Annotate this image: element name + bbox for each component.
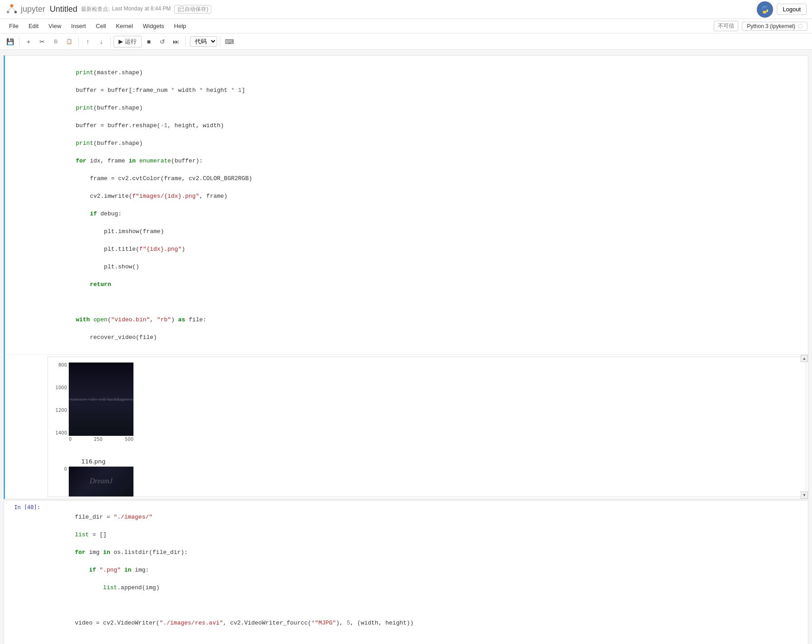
run-label: 运行 <box>125 38 137 46</box>
y-label-1000: 1000 <box>56 385 67 390</box>
checkpoint-info: 最新检查点: Last Monday at 8:44 PM <box>81 5 171 13</box>
cut-button[interactable]: ✂ <box>36 35 48 48</box>
restart-button[interactable]: ↺ <box>156 35 169 48</box>
code-line: for idx, frame in enumerate(buffer): <box>76 157 203 164</box>
cell-1-code[interactable]: print(master.shape) buffer = buffer[:fra… <box>46 56 808 354</box>
kernel-status-area: 不可信 Python 3 (ipykernel) <box>714 21 807 31</box>
cell-1-output: ▲ ▼ 800 1000 1200 1400 <box>5 354 808 499</box>
notebook-title-area: Untitled 最新检查点: Last Monday at 8:44 PM (… <box>50 5 752 14</box>
notebook-container: print(master.shape) buffer = buffer[:fra… <box>0 50 812 644</box>
notebook-name[interactable]: Untitled <box>50 5 77 14</box>
kernel-name: Python 3 (ipykernel) <box>747 23 795 29</box>
code-line: video = cv2.VideoWriter("./images/res.av… <box>75 620 413 626</box>
plot-2-image <box>69 467 133 497</box>
code-line: plt.imshow(frame) <box>76 228 164 235</box>
menu-widgets[interactable]: Widgets <box>138 21 169 31</box>
toolbar: 💾 + ✂ ⎘ 📋 ↑ ↓ ▶ 运行 ■ ↺ ⏭ 代码 ⌨ <box>0 33 812 50</box>
save-icon: 💾 <box>6 38 14 45</box>
move-down-icon: ↓ <box>100 38 103 45</box>
run-button[interactable]: ▶ 运行 <box>114 36 142 48</box>
add-cell-button[interactable]: + <box>22 35 35 48</box>
jupyter-brand: jupyter <box>21 5 45 14</box>
plot-1-axis-container: 800 1000 1200 1400 0 250 <box>53 363 133 442</box>
python-icon-btn[interactable] <box>757 1 773 18</box>
menubar: File Edit View Insert Cell Kernel Widget… <box>0 19 812 33</box>
toolbar-sep-1 <box>19 37 19 47</box>
code-line: print(buffer.shape) <box>76 140 142 147</box>
code-line: return <box>76 281 111 288</box>
move-up-button[interactable]: ↑ <box>81 35 94 48</box>
menu-view[interactable]: View <box>44 21 66 31</box>
code-line: for img in os.listdir(file_dir): <box>75 549 188 556</box>
menu-file[interactable]: File <box>5 21 23 31</box>
logout-button[interactable]: Logout <box>777 4 807 15</box>
jupyter-logo-icon <box>5 3 18 16</box>
x-label-500: 500 <box>125 437 133 442</box>
code-line: if ".png" in img: <box>75 567 149 573</box>
x-label-250: 250 <box>94 437 103 442</box>
header-right: Logout <box>757 1 807 18</box>
cell-2-input: In [40]: file_dir = "./images/" list = [… <box>4 501 808 644</box>
checkpoint-time: Last Monday at 8:44 PM <box>112 5 171 13</box>
svg-point-2 <box>14 10 17 13</box>
cell-type-selector[interactable]: 代码 <box>190 36 217 47</box>
keyboard-shortcuts-button[interactable]: ⌨ <box>223 35 236 48</box>
cell-1-output-prompt <box>5 355 46 362</box>
plot-2-y-axis: 0 200 <box>53 467 69 497</box>
trusted-button[interactable]: 不可信 <box>714 21 738 31</box>
cut-icon: ✂ <box>39 38 45 45</box>
cell-1-output-content: ▲ ▼ 800 1000 1200 1400 <box>46 355 808 499</box>
toolbar-sep-5 <box>220 37 220 47</box>
menu-insert[interactable]: Insert <box>66 21 90 31</box>
move-down-button[interactable]: ↓ <box>95 35 108 48</box>
save-button[interactable]: 💾 <box>4 35 16 48</box>
code-line: with open("video.bin", "rb") as file: <box>76 316 206 323</box>
restart-run-button[interactable]: ⏭ <box>170 35 182 48</box>
scroll-arrow-up[interactable]: ▲ <box>801 355 808 362</box>
menu-cell[interactable]: Cell <box>91 21 110 31</box>
add-icon: + <box>27 38 30 45</box>
menu-edit[interactable]: Edit <box>24 21 43 31</box>
output-scroll-container[interactable]: 800 1000 1200 1400 0 250 <box>47 357 806 497</box>
code-line: buffer = buffer[:frame_num * width * hei… <box>76 87 245 94</box>
python-logo-icon <box>760 5 770 14</box>
run-icon: ▶ <box>119 38 123 45</box>
cell-2-code[interactable]: file_dir = "./images/" list = [] for img… <box>45 501 808 644</box>
header: jupyter Untitled 最新检查点: Last Monday at 8… <box>0 0 812 19</box>
autosave-badge: (已自动保存) <box>174 5 211 14</box>
jupyter-logo: jupyter <box>5 3 45 16</box>
copy-button[interactable]: ⎘ <box>49 35 62 48</box>
toolbar-sep-3 <box>110 37 111 47</box>
cell-2[interactable]: In [40]: file_dir = "./images/" list = [… <box>4 500 808 644</box>
menu-help[interactable]: Help <box>170 21 191 31</box>
keyboard-icon: ⌨ <box>225 38 234 45</box>
copy-icon: ⎘ <box>54 38 57 45</box>
paste-button[interactable]: 📋 <box>63 35 76 48</box>
menu-kernel[interactable]: Kernel <box>111 21 138 31</box>
y-label-800: 800 <box>58 363 67 367</box>
y2-label-0: 0 <box>64 467 67 472</box>
stop-button[interactable]: ■ <box>142 35 155 48</box>
svg-point-0 <box>10 4 14 7</box>
kernel-status-dot <box>798 24 803 29</box>
plot-2-title: 116.png <box>81 458 106 465</box>
restart-icon: ↺ <box>160 38 165 45</box>
cell-1[interactable]: print(master.shape) buffer = buffer[:fra… <box>4 55 808 499</box>
plot-1-image-container: 0 250 500 <box>69 363 133 442</box>
code-line: list = [] <box>75 531 106 538</box>
scroll-arrow-down[interactable]: ▼ <box>801 491 808 499</box>
y-label-1200: 1200 <box>56 408 67 413</box>
code-line: if debug: <box>76 210 121 217</box>
code-line: frame = cv2.cvtColor(frame, cv2.COLOR_BG… <box>76 175 252 182</box>
checkpoint-label: 最新检查点: <box>81 5 109 13</box>
plot-1-image <box>69 363 133 436</box>
move-up-icon: ↑ <box>86 38 90 45</box>
plot-2-image-container <box>69 467 133 497</box>
x-label-0: 0 <box>69 437 71 442</box>
output-scroll-inner: 800 1000 1200 1400 0 250 <box>48 357 806 497</box>
kernel-display: Python 3 (ipykernel) <box>742 22 807 31</box>
plot-2-axis-container: 0 200 <box>53 467 133 497</box>
code-line: cv2.imwrite(f"images/{idx}.png", frame) <box>76 193 227 200</box>
code-line: list.append(img) <box>75 584 159 591</box>
code-line: buffer = buffer.reshape(-1, height, widt… <box>76 122 224 129</box>
